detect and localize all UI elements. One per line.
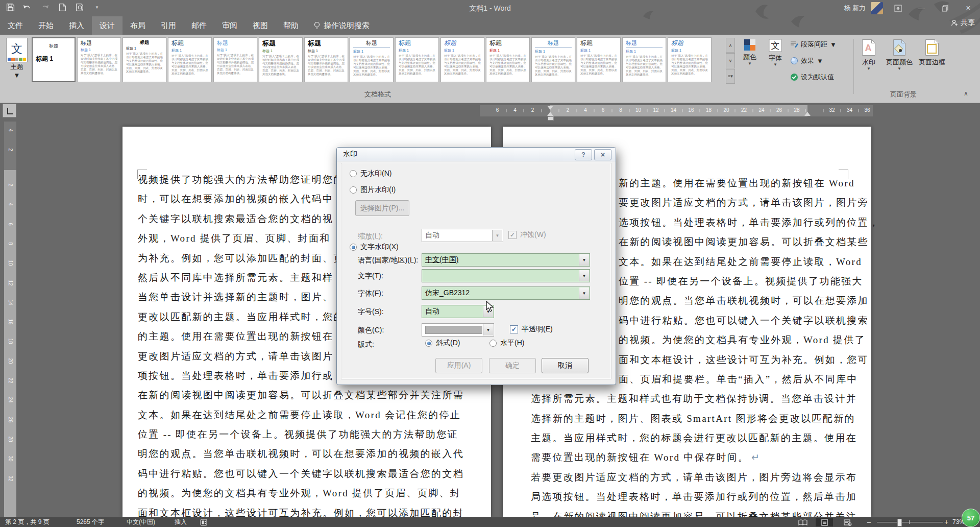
close-button[interactable]: × bbox=[957, 0, 980, 16]
page-indicator[interactable]: 第 2 页，共 9 页 bbox=[5, 517, 50, 527]
tab-1[interactable]: 开始 bbox=[31, 16, 61, 35]
read-mode-icon[interactable] bbox=[794, 518, 812, 526]
gallery-scroll-down-icon[interactable]: ∨ bbox=[726, 53, 735, 68]
style-set-item[interactable]: 标题标题 1对于“插入”选项卡上的库，在设计时都充分考虑了其中的项与文档整体外观… bbox=[577, 37, 621, 82]
style-set-item[interactable]: 标题标题 1对于“插入”选项卡上的库，在设计时都充分考虑了其中的项与文档整体外观… bbox=[122, 37, 166, 82]
style-set-item[interactable]: 标题标题 1对于“插入”选项卡上的库，在设计时都充分考虑了其中的项与文档整体外观… bbox=[395, 37, 439, 82]
themes-button[interactable]: 文 主题 ▼ bbox=[4, 38, 30, 79]
tab-3[interactable]: 设计 bbox=[92, 16, 122, 35]
dialog-help-button[interactable]: ? bbox=[575, 149, 592, 160]
radio-no-watermark[interactable]: 无水印(N) bbox=[350, 169, 391, 178]
chevron-down-icon[interactable]: ▼ bbox=[483, 324, 493, 336]
text-combobox[interactable]: ▼ bbox=[422, 269, 590, 282]
ruler-tick bbox=[541, 109, 542, 112]
tab-selector[interactable] bbox=[3, 104, 16, 117]
color-combobox[interactable]: ▼ bbox=[422, 323, 494, 337]
scale-combobox[interactable]: 自动 ▼ bbox=[422, 229, 503, 242]
style-set-item[interactable]: 标题标题 1对于“插入”选项卡上的库，在设计时都充分考虑了其中的项与文档整体外观… bbox=[168, 37, 212, 82]
web-layout-icon[interactable] bbox=[839, 518, 856, 526]
colors-button[interactable]: 颜色 ▼ bbox=[738, 39, 762, 66]
page-borders-button[interactable]: 页面边框 bbox=[917, 39, 947, 67]
tell-me-search[interactable]: 操作说明搜索 bbox=[306, 16, 370, 35]
minimize-button[interactable]: — bbox=[910, 0, 933, 16]
effects-button[interactable]: 效果▼ bbox=[790, 56, 823, 65]
dialog-close-button[interactable]: × bbox=[594, 149, 611, 160]
ok-button[interactable]: 确定 bbox=[489, 358, 536, 373]
chevron-down-icon[interactable]: ▼ bbox=[579, 288, 589, 299]
language-indicator[interactable]: 中文(中国) bbox=[127, 517, 155, 527]
radio-text-watermark[interactable]: 文字水印(X) bbox=[350, 237, 399, 247]
chevron-down-icon[interactable]: ▼ bbox=[579, 254, 589, 266]
style-set-item[interactable]: 标题标题 1对于“插入”选项卡上的库，在设计时都充分考虑了其中的项与文档整体外观… bbox=[304, 37, 348, 82]
left-indent-marker[interactable] bbox=[548, 116, 554, 121]
style-set-item[interactable]: 标题标题 1 bbox=[32, 37, 76, 82]
gallery-scroll-up-icon[interactable]: ∧ bbox=[726, 38, 735, 53]
user-name[interactable]: 杨 新力 bbox=[844, 4, 866, 13]
first-line-indent-marker[interactable] bbox=[547, 106, 553, 110]
macro-record-icon[interactable] bbox=[200, 519, 207, 527]
style-heading: 标题 bbox=[671, 40, 708, 47]
select-picture-button[interactable]: 选择图片(P)... bbox=[355, 200, 409, 216]
font-combobox[interactable]: 仿宋_GB2312 ▼ bbox=[422, 286, 590, 300]
watermark-button[interactable]: A 水印 ▼ bbox=[856, 39, 881, 71]
page-color-button[interactable]: 页面颜色 ▼ bbox=[884, 39, 915, 71]
size-combobox[interactable]: 自动 ▼ bbox=[422, 305, 494, 318]
user-avatar[interactable] bbox=[871, 2, 883, 14]
zoom-slider-track[interactable] bbox=[877, 522, 943, 522]
tab-2[interactable]: 插入 bbox=[61, 16, 92, 35]
right-indent-marker[interactable] bbox=[804, 112, 811, 116]
word-count[interactable]: 5265 个字 bbox=[77, 517, 104, 527]
dialog-title-bar[interactable]: 水印 ? × bbox=[337, 148, 616, 161]
vertical-ruler[interactable]: 422468101214161820222426283032 bbox=[4, 122, 16, 517]
ruler-number: 16 bbox=[8, 319, 13, 325]
overlay-badge[interactable]: 57 bbox=[962, 509, 980, 527]
style-set-item[interactable]: 标题标题 1对于“插入”选项卡上的库，在设计时都充分考虑了其中的项与文档整体外观… bbox=[440, 37, 484, 82]
insert-mode-indicator[interactable]: 插入 bbox=[175, 517, 187, 527]
tab-8[interactable]: 视图 bbox=[245, 16, 276, 35]
style-set-item[interactable]: 标题标题 1对于“插入”选项卡上的库，在设计时都充分考虑了其中的项与文档整体外观… bbox=[622, 37, 666, 82]
paragraph-spacing-button[interactable]: 段落间距▼ bbox=[790, 40, 837, 49]
tab-9[interactable]: 帮助 bbox=[276, 16, 306, 35]
style-set-item[interactable]: 标题标题 1对于“插入”选项卡上的库，在设计时都充分考虑了其中的项与文档整体外观… bbox=[259, 37, 303, 82]
style-set-item[interactable]: 标题标题 1对于“插入”选项卡上的库，在设计时都充分考虑了其中的项与文档整体外观… bbox=[77, 37, 121, 82]
tab-7[interactable]: 审阅 bbox=[214, 16, 245, 35]
restore-button[interactable] bbox=[933, 0, 957, 16]
style-set-item[interactable]: 标题标题 1对于“插入”选项卡上的库，在设计时都充分考虑了其中的项与文档整体外观… bbox=[668, 37, 712, 82]
zoom-slider-thumb[interactable] bbox=[897, 519, 902, 526]
ribbon-display-options-icon[interactable] bbox=[886, 0, 910, 16]
style-set-item[interactable]: 标题标题 1对于“插入”选项卡上的库，在设计时都充分考虑了其中的项与文档整体外观… bbox=[213, 37, 257, 82]
tab-0[interactable]: 文件 bbox=[0, 16, 31, 35]
print-layout-icon[interactable] bbox=[816, 518, 833, 526]
radio-diagonal[interactable]: 斜式(D) bbox=[425, 339, 460, 348]
style-set-item[interactable]: 标题标题 1对于“插入”选项卡上的库，在设计时都充分考虑了其中的项与文档整体外观… bbox=[486, 37, 530, 82]
share-button[interactable]: 共享 bbox=[951, 18, 975, 28]
radio-picture-watermark[interactable]: 图片水印(I) bbox=[350, 185, 396, 195]
style-subheading: 标题 1 bbox=[262, 49, 299, 54]
style-set-item[interactable]: 标题标题 1对于“插入”选项卡上的库，在设计时都充分考虑了其中的项与文档整体外观… bbox=[350, 37, 394, 82]
chevron-down-icon[interactable]: ▼ bbox=[579, 270, 589, 281]
tab-6[interactable]: 邮件 bbox=[184, 16, 214, 35]
semitransparent-checkbox[interactable]: ✓ 半透明(E) bbox=[510, 325, 553, 334]
washout-checkbox[interactable]: ✓ 冲蚀(W) bbox=[508, 230, 546, 239]
ruler-number: 2 bbox=[8, 183, 13, 186]
hanging-indent-marker[interactable] bbox=[547, 112, 553, 116]
chevron-down-icon[interactable]: ▼ bbox=[492, 230, 502, 241]
apply-button[interactable]: 应用(A) bbox=[435, 358, 482, 373]
style-set-item[interactable]: 标题标题 1对于“插入”选项卡上的库，在设计时都充分考虑了其中的项与文档整体外观… bbox=[531, 37, 575, 82]
collapse-ribbon-icon[interactable]: ∧ bbox=[964, 90, 968, 97]
zoom-out-button[interactable]: − bbox=[867, 517, 871, 527]
ruler-number: 4 bbox=[8, 129, 13, 132]
radio-horizontal[interactable]: 水平(H) bbox=[489, 339, 524, 348]
watermark-dialog[interactable]: 水印 ? × 无水印(N) 图片水印(I) 选择图片(P)... 缩放(L): … bbox=[336, 147, 616, 385]
zoom-in-button[interactable]: + bbox=[944, 517, 948, 527]
cancel-button[interactable]: 取消 bbox=[542, 358, 589, 373]
fonts-button[interactable]: 文 字体 ▼ bbox=[765, 39, 786, 67]
group-separator bbox=[853, 39, 854, 94]
horizontal-ruler[interactable]: 642246810121416182022242628323436 bbox=[480, 105, 873, 116]
style-heading: 标题 bbox=[489, 40, 526, 47]
gallery-more-icon[interactable]: ≡▾ bbox=[726, 69, 735, 84]
language-combobox[interactable]: 中文(中国) ▼ bbox=[422, 253, 590, 267]
tab-5[interactable]: 引用 bbox=[153, 16, 184, 35]
set-default-button[interactable]: 设为默认值 bbox=[790, 73, 834, 82]
tab-4[interactable]: 布局 bbox=[122, 16, 153, 35]
